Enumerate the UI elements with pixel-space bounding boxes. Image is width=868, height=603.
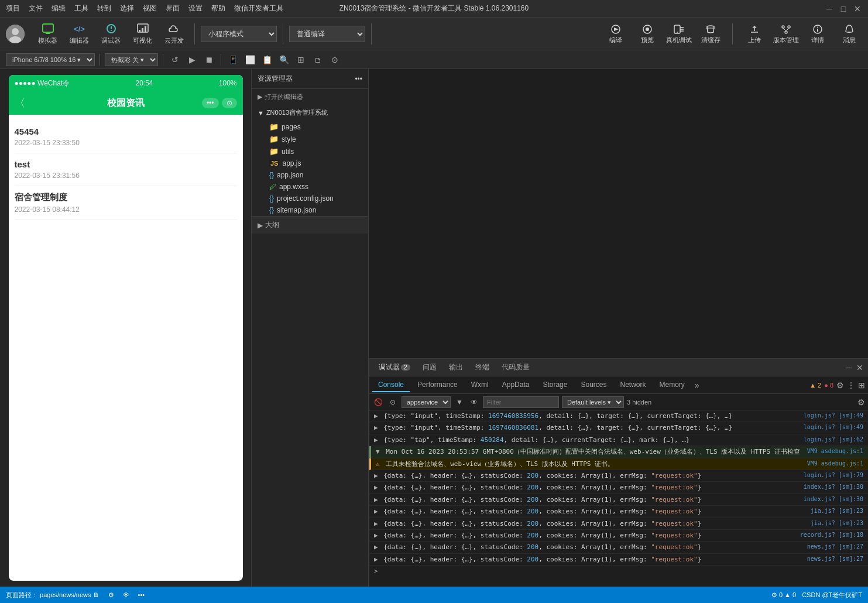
console-settings-icon[interactable]: ⚙ — [857, 398, 865, 407]
minimize-button[interactable]: ─ — [825, 4, 834, 13]
menu-item-file[interactable]: 文件 — [29, 4, 43, 13]
status-eye-icon[interactable]: 👁 — [123, 591, 129, 598]
version-manage-button[interactable]: 版本管理 — [773, 23, 799, 44]
menu-item-devtools[interactable]: 微信开发者工具 — [234, 4, 283, 13]
file-sitemap[interactable]: {} sitemap.json — [252, 204, 368, 216]
context-selector[interactable]: appservice — [402, 396, 451, 408]
project-section[interactable]: ▼ ZN0013宿舍管理系统 — [252, 105, 368, 121]
news-item-0[interactable]: 45454 2022-03-15 23:33:50 — [15, 121, 237, 153]
status-more-icon[interactable]: ••• — [138, 591, 145, 598]
notification-button[interactable]: 消息 — [836, 23, 862, 44]
menu-item-tools[interactable]: 工具 — [74, 4, 88, 13]
expand-arrow-4[interactable]: ▶ — [374, 484, 378, 491]
phone-action-menu[interactable]: ••• — [202, 98, 219, 108]
avatar[interactable] — [6, 25, 25, 43]
menu-item-select[interactable]: 选择 — [120, 4, 134, 13]
source-warning[interactable]: VM9 asdebug.js:1 — [807, 460, 863, 468]
source-2[interactable]: login.js? [sm]:62 — [804, 436, 863, 444]
real-debug-button[interactable]: 真机调试 — [666, 23, 692, 44]
device-selector[interactable]: iPhone 6/7/8 100% 16 ▾ — [6, 53, 95, 66]
menu-item-edit[interactable]: 编辑 — [52, 4, 66, 13]
file-app-json[interactable]: {} app.json — [252, 169, 368, 181]
news-item-2[interactable]: 宿舍管理制度 2022-03-15 08:44:12 — [15, 186, 237, 220]
source-5[interactable]: index.js? [sm]:30 — [804, 495, 863, 503]
context-dropdown-icon[interactable]: ▼ — [454, 396, 465, 408]
stop-button[interactable]: ⏹ — [202, 53, 216, 67]
target-icon[interactable]: ⊙ — [328, 53, 342, 67]
play-button[interactable]: ▶ — [185, 53, 199, 67]
simulator-button[interactable]: 模拟器 — [33, 20, 62, 47]
compile-button[interactable]: 编译 — [603, 23, 629, 44]
console-top-icon[interactable]: ⊙ — [387, 396, 399, 408]
preview-button[interactable]: 预览 — [634, 23, 660, 44]
phone-icon[interactable]: 📱 — [226, 53, 240, 67]
menu-item-help[interactable]: 帮助 — [211, 4, 225, 13]
tab-wxml[interactable]: Wxml — [465, 378, 495, 392]
menu-item-interface[interactable]: 界面 — [166, 4, 180, 13]
eye-icon[interactable]: 👁 — [468, 396, 480, 408]
copy-icon[interactable]: 📋 — [260, 53, 274, 67]
open-editors-section[interactable]: ▶ 打开的编辑器 — [252, 89, 368, 105]
source-3[interactable]: login.js? [sm]:79 — [804, 471, 863, 479]
source-warn-head[interactable]: VM9 asdebug.js:1 — [807, 447, 863, 455]
devtools-dots-icon[interactable]: ⋮ — [847, 381, 855, 390]
expand-arrow-10[interactable]: ▶ — [374, 556, 378, 563]
expand-arrow-1[interactable]: ▶ — [374, 424, 378, 431]
console-output[interactable]: ▶ {type: "input", timeStamp: 16974608359… — [369, 410, 868, 587]
maximize-button[interactable]: □ — [839, 4, 848, 13]
phone-back-button[interactable]: 〈 — [15, 96, 25, 110]
menu-item-settings[interactable]: 设置 — [188, 4, 203, 13]
hotshot-selector[interactable]: 热截彩 关 ▾ — [105, 53, 158, 66]
layout-icon-2[interactable]: 🗅 — [311, 53, 325, 67]
folder-style[interactable]: 📁 style — [252, 133, 368, 145]
window-controls[interactable]: ─ □ ✕ — [825, 4, 862, 13]
folder-pages[interactable]: 📁 pages — [252, 121, 368, 133]
clear-cache-button[interactable]: 清缓存 — [698, 23, 723, 44]
search-icon[interactable]: 🔍 — [277, 53, 291, 67]
menu-bar[interactable]: 项目 文件 编辑 工具 转到 选择 视图 界面 设置 帮助 微信开发者工具 — [6, 4, 283, 13]
source-8[interactable]: record.js? [sm]:18 — [800, 531, 863, 539]
phone-action-search[interactable]: ⊙ — [222, 98, 237, 108]
tab-performance[interactable]: Performance — [411, 378, 464, 392]
devtools-gear-icon[interactable]: ⚙ — [836, 381, 844, 390]
tab-storage[interactable]: Storage — [537, 378, 573, 392]
file-project-config[interactable]: {} project.config.json — [252, 193, 368, 204]
expand-arrow-9[interactable]: ▶ — [374, 543, 378, 551]
miniprogram-mode-select[interactable]: 小程序模式 — [201, 26, 277, 42]
compile-mode-select[interactable]: 普通编译 — [289, 26, 365, 42]
status-gear-icon[interactable]: ⚙ — [108, 591, 114, 599]
menu-item-project[interactable]: 项目 — [6, 4, 20, 13]
menu-item-view[interactable]: 视图 — [143, 4, 157, 13]
outline-panel[interactable]: ▶ 大纲 — [252, 216, 368, 234]
devtools-minimize-icon[interactable]: ─ — [846, 363, 852, 372]
devtools-top-tab-problems[interactable]: 问题 — [418, 360, 441, 375]
console-clear-icon[interactable]: 🚫 — [372, 396, 384, 408]
source-7[interactable]: jia.js? [sm]:23 — [811, 519, 863, 527]
expand-arrow-7[interactable]: ▶ — [374, 520, 378, 527]
news-item-1[interactable]: test 2022-03-15 23:31:56 — [15, 153, 237, 186]
source-10[interactable]: news.js? [sm]:27 — [807, 555, 863, 563]
devtools-top-tab-quality[interactable]: 代码质量 — [497, 360, 534, 375]
screen-icon[interactable]: ⬜ — [243, 53, 257, 67]
expand-arrow-2[interactable]: ▶ — [374, 436, 378, 444]
tab-sources[interactable]: Sources — [575, 378, 612, 392]
cloud-button[interactable]: 云开发 — [160, 20, 188, 47]
devtools-top-tab-debugger[interactable]: 调试器2 — [374, 360, 415, 375]
tab-more-icon[interactable]: » — [692, 381, 702, 390]
tab-console[interactable]: Console — [372, 378, 410, 392]
expand-arrow-8[interactable]: ▶ — [374, 532, 378, 539]
debugger-button[interactable]: 调试器 — [97, 20, 125, 47]
file-app-js[interactable]: JS app.js — [252, 157, 368, 169]
expand-arrow-6[interactable]: ▶ — [374, 508, 378, 515]
log-level-selector[interactable]: Default levels ▾ — [562, 396, 624, 408]
source-9[interactable]: news.js? [sm]:27 — [807, 543, 863, 551]
source-1[interactable]: login.js? [sm]:49 — [804, 423, 863, 431]
file-explorer-options-icon[interactable]: ••• — [355, 75, 362, 83]
source-4[interactable]: index.js? [sm]:30 — [804, 483, 863, 491]
tab-memory[interactable]: Memory — [654, 378, 691, 392]
filter-input[interactable] — [483, 396, 559, 408]
visualize-button[interactable]: 可视化 — [128, 20, 157, 47]
editor-button[interactable]: </> 编辑器 — [65, 20, 94, 47]
layout-icon-1[interactable]: ⊞ — [294, 53, 308, 67]
devtools-layout-icon[interactable]: ⊞ — [858, 381, 865, 390]
